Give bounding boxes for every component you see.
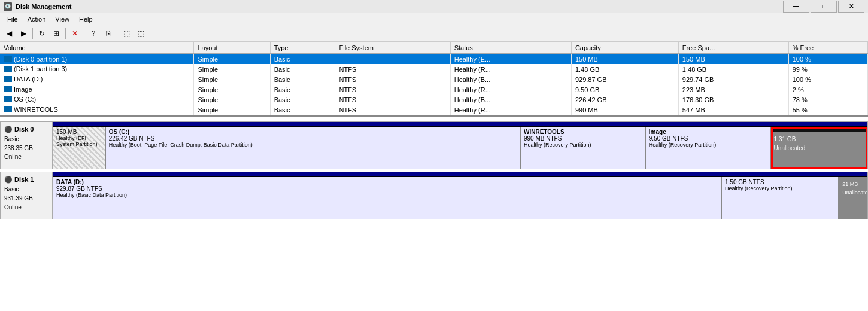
disk1-partition-unallocated[interactable]: 21 MB Unallocated [839, 177, 867, 219]
disk0-partition-winretools[interactable]: WINRETOOLS 990 MB NTFS Healthy (Recovery… [521, 127, 646, 169]
back-button[interactable]: ◀ [2, 27, 16, 40]
disk1-partitions: DATA (D:) 929.87 GB NTFS Healthy (Basic … [53, 177, 867, 219]
col-type[interactable]: Type [270, 42, 335, 54]
table-row[interactable]: (Disk 0 partition 1)SimpleBasicHealthy (… [0, 54, 868, 64]
table-cell: 99 % [788, 64, 867, 74]
table-cell: (Disk 1 partition 3) [0, 64, 194, 74]
table-cell: Simple [194, 105, 270, 115]
close-button[interactable]: ✕ [838, 1, 864, 13]
disk0-os-status: Healthy (Boot, Page File, Crash Dump, Ba… [109, 142, 517, 148]
table-cell: Basic [270, 74, 335, 84]
disk0-os-size: 226.42 GB NTFS [109, 135, 517, 142]
table-row[interactable]: OS (C:)SimpleBasicNTFSHealthy (B...226.4… [0, 94, 868, 105]
col-status[interactable]: Status [450, 42, 571, 54]
table-cell: 929.87 GB [571, 74, 678, 84]
disk1-bar: DATA (D:) 929.87 GB NTFS Healthy (Basic … [53, 172, 868, 219]
disk1-recovery-status: Healthy (Recovery Partition) [725, 185, 835, 191]
col-pct[interactable]: % Free [788, 42, 867, 54]
table-cell: 547 MB [678, 105, 788, 115]
table-cell: NTFS [335, 84, 450, 94]
table-cell: Basic [270, 64, 335, 74]
minimize-button[interactable]: — [783, 1, 809, 13]
table-row[interactable]: WINRETOOLSSimpleBasicNTFSHealthy (R...99… [0, 105, 868, 115]
table-row[interactable]: DATA (D:)SimpleBasicNTFSHealthy (B...929… [0, 74, 868, 84]
refresh-button[interactable]: ↻ [35, 27, 48, 40]
toolbar: ◀ ▶ ↻ ⊞ ✕ ? ⎘ ⬚ ⬚ [0, 25, 868, 42]
table-cell: 100 % [788, 74, 867, 84]
disk1-recovery-size: 1.50 GB NTFS [725, 179, 835, 185]
disk0-efi-status: Healthy (EFI System Partition) [56, 135, 102, 147]
table-cell: 150 MB [678, 54, 788, 64]
main-content: Volume Layout Type File System Status Ca… [0, 42, 868, 311]
properties-button[interactable]: ⊞ [50, 27, 63, 40]
volume-table-section: Volume Layout Type File System Status Ca… [0, 42, 868, 117]
help-button[interactable]: ? [87, 27, 100, 40]
table-header-row: Volume Layout Type File System Status Ca… [0, 42, 868, 54]
copy-button[interactable]: ⎘ [101, 27, 114, 40]
disk0-image-status: Healthy (Recovery Partition) [649, 142, 767, 148]
table-cell: 100 % [788, 54, 867, 64]
forward-button[interactable]: ▶ [17, 27, 30, 40]
disk0-efi-size: 150 MB [56, 129, 102, 135]
col-layout[interactable]: Layout [194, 42, 270, 54]
disk1-data-name: DATA (D:) [56, 179, 718, 185]
window-title: Disk Management [16, 3, 783, 10]
col-capacity[interactable]: Capacity [571, 42, 678, 54]
table-cell: Healthy (R... [450, 84, 571, 94]
table-cell: Basic [270, 54, 335, 64]
title-bar: 💽 Disk Management — □ ✕ [0, 0, 868, 13]
menu-help[interactable]: Help [74, 15, 98, 23]
table-cell: Basic [270, 84, 335, 94]
delete-button[interactable]: ✕ [68, 27, 81, 40]
disk1-partition-recovery[interactable]: 1.50 GB NTFS Healthy (Recovery Partition… [722, 177, 839, 219]
icon-btn-2[interactable]: ⬚ [134, 27, 147, 40]
menu-action[interactable]: Action [23, 15, 51, 23]
icon-btn-1[interactable]: ⬚ [120, 27, 133, 40]
table-cell: Simple [194, 74, 270, 84]
disk1-data-size: 929.87 GB NTFS [56, 185, 718, 192]
table-cell: Image [0, 84, 194, 94]
table-cell: Basic [270, 105, 335, 115]
menu-view[interactable]: View [50, 15, 74, 23]
table-cell: Healthy (B... [450, 94, 571, 105]
table-row[interactable]: ImageSimpleBasicNTFSHealthy (R...9.50 GB… [0, 84, 868, 94]
disk0-image-name: Image [649, 129, 767, 135]
disk1-size: 931.39 GB [4, 194, 48, 203]
disk0-bar: 150 MB Healthy (EFI System Partition) OS… [53, 121, 868, 169]
menu-file[interactable]: File [2, 15, 23, 23]
table-cell: 929.74 GB [678, 74, 788, 84]
table-cell: 78 % [788, 94, 867, 105]
table-cell: 223 MB [678, 84, 788, 94]
col-volume[interactable]: Volume [0, 42, 194, 54]
disk0-label: ⚫ Disk 0 Basic 238.35 GB Online [0, 121, 53, 169]
disk0-partition-image[interactable]: Image 9.50 GB NTFS Healthy (Recovery Par… [646, 127, 771, 169]
disk1-status: Online [4, 203, 48, 212]
disk1-label: ⚫ Disk 1 Basic 931.39 GB Online [0, 172, 53, 219]
col-filesystem[interactable]: File System [335, 42, 450, 54]
disk0-partition-unallocated[interactable]: 1.31 GB Unallocated [771, 127, 867, 169]
table-cell: Healthy (R... [450, 64, 571, 74]
disk0-partition-efi[interactable]: 150 MB Healthy (EFI System Partition) [53, 127, 106, 169]
disk0-os-name: OS (C:) [109, 129, 517, 135]
disk1-partition-data[interactable]: DATA (D:) 929.87 GB NTFS Healthy (Basic … [53, 177, 722, 219]
disk0-partitions: 150 MB Healthy (EFI System Partition) OS… [53, 127, 867, 169]
disk1-name: ⚫ Disk 1 [4, 175, 48, 185]
disk0-winretools-status: Healthy (Recovery Partition) [524, 142, 642, 148]
table-row[interactable]: (Disk 1 partition 3)SimpleBasicNTFSHealt… [0, 64, 868, 74]
table-cell: Healthy (B... [450, 74, 571, 84]
col-free[interactable]: Free Spa... [678, 42, 788, 54]
table-cell: 1.48 GB [571, 64, 678, 74]
disk0-name: ⚫ Disk 0 [4, 124, 48, 135]
table-cell: WINRETOOLS [0, 105, 194, 115]
table-cell: DATA (D:) [0, 74, 194, 84]
disk1-unallocated-label: Unallocated [842, 190, 864, 196]
table-cell: 1.48 GB [678, 64, 788, 74]
disk0-row: ⚫ Disk 0 Basic 238.35 GB Online 150 MB H… [0, 121, 868, 169]
menu-bar: File Action View Help [0, 13, 868, 25]
disk1-data-status: Healthy (Basic Data Partition) [56, 192, 718, 198]
maximize-button[interactable]: □ [811, 1, 837, 13]
toolbar-separator-1 [32, 28, 33, 39]
table-cell: OS (C:) [0, 94, 194, 105]
table-cell: Healthy (R... [450, 105, 571, 115]
disk0-partition-os[interactable]: OS (C:) 226.42 GB NTFS Healthy (Boot, Pa… [106, 127, 521, 169]
